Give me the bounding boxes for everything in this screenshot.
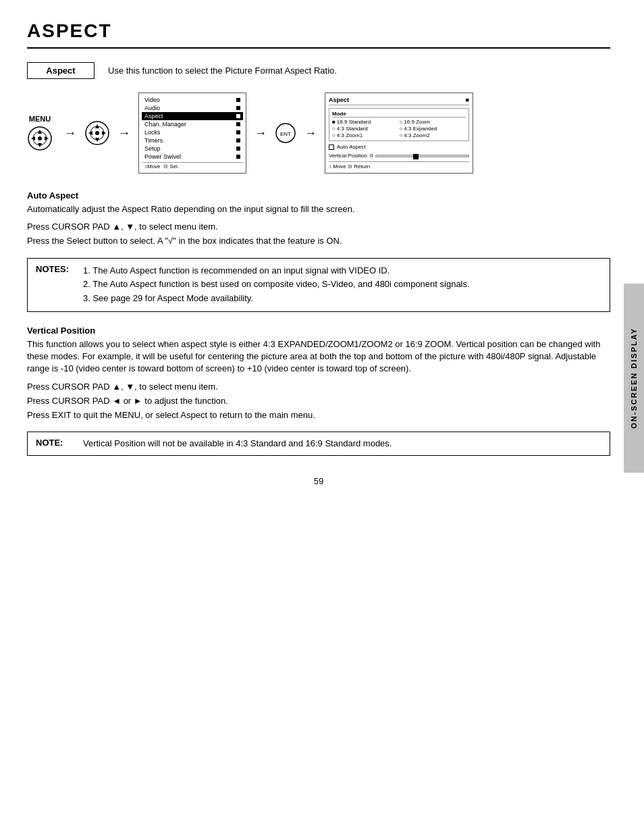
svg-point-13 xyxy=(95,131,99,135)
auto-aspect-checkbox xyxy=(329,145,334,150)
vertical-position-title: Vertical Position xyxy=(27,325,610,336)
page-title: ASPECT xyxy=(27,20,610,49)
vertical-press3: Press EXIT to quit the MENU, or select A… xyxy=(27,409,610,421)
mode-box: Mode ■16:9 Standard ○16:9 Zoom ○4:3 Stan… xyxy=(329,108,469,141)
menu-screen-mockup: Video Audio Aspect Chan. Manager Locks T… xyxy=(138,93,246,174)
slider-indicator xyxy=(413,154,419,159)
menu-item-setup: Setup xyxy=(142,145,243,153)
notes-label: NOTES: xyxy=(36,264,76,306)
mode-option-2: ○16:9 Zoom xyxy=(400,119,466,125)
menu-nav-bar: ↕Move ⊙ Sel. xyxy=(142,162,243,170)
note-item-2: 2. The Auto Aspect function is best used… xyxy=(83,278,470,292)
auto-aspect-section: Auto Aspect Automatically adjust the Asp… xyxy=(27,190,610,248)
vertical-press2: Press CURSOR PAD ◄ or ► to adjust the fu… xyxy=(27,395,610,407)
note-item-3: 3. See page 29 for Aspect Mode availabil… xyxy=(83,292,470,306)
mode-option-1: ■16:9 Standard xyxy=(332,119,399,125)
aspect-nav-bar: ↕ Move ⊙ Return xyxy=(329,161,469,170)
menu-item-locks: Locks xyxy=(142,128,243,136)
menu-item-power-swivel: Power Swivel xyxy=(142,153,243,161)
menu-label: MENU xyxy=(29,115,51,123)
mode-box-title: Mode xyxy=(332,111,466,118)
arrow-right-4: → xyxy=(304,126,317,140)
auto-aspect-press2: Press the Select button to select. A "√"… xyxy=(27,235,610,247)
remote-icon-2 xyxy=(84,120,110,146)
auto-aspect-description: Automatically adjust the Aspect Ratio de… xyxy=(27,203,610,215)
side-tab-text: ON-SCREEN DISPLAY xyxy=(630,328,638,429)
remote-icon xyxy=(27,126,53,151)
arrow-right-1: → xyxy=(64,126,76,140)
mode-options: ■16:9 Standard ○16:9 Zoom ○4:3 Standard … xyxy=(332,119,466,138)
menu-item-video: Video xyxy=(142,96,243,104)
vertical-pos-row: Vertical Position 0 xyxy=(329,153,469,159)
note-content: Vertical Position will not be available … xyxy=(83,438,392,450)
menu-item-aspect: Aspect xyxy=(142,112,243,120)
notes-box: NOTES: 1. The Auto Aspect function is re… xyxy=(27,258,610,312)
vertical-press1: Press CURSOR PAD ▲, ▼, to select menu it… xyxy=(27,381,610,393)
svg-point-6 xyxy=(38,136,42,140)
arrow-right-2: → xyxy=(118,126,130,140)
auto-aspect-row: Auto Aspect xyxy=(329,144,469,150)
auto-aspect-title: Auto Aspect xyxy=(27,190,610,201)
vertical-position-description: This function allows you to select when … xyxy=(27,338,610,375)
slider-bar xyxy=(375,155,469,157)
mode-option-5: ○4:3 Zoom1 xyxy=(332,132,399,138)
svg-text:ENT: ENT xyxy=(280,131,291,137)
aspect-screen-title: Aspect ■ xyxy=(329,97,469,105)
aspect-screen-mockup: Aspect ■ Mode ■16:9 Standard ○16:9 Zoom … xyxy=(325,93,473,174)
enter-button-icon: ENT xyxy=(275,122,296,144)
page-number: 59 xyxy=(27,476,610,486)
function-label-box: Aspect xyxy=(27,62,95,79)
note-item-1: 1. The Auto Aspect function is recommend… xyxy=(83,264,470,278)
note-box: NOTE: Vertical Position will not be avai… xyxy=(27,432,610,456)
mode-option-4: ○4:3 Expanded xyxy=(400,126,466,132)
menu-item-chan-manager: Chan. Manager xyxy=(142,120,243,128)
arrow-right-3: → xyxy=(254,126,267,140)
diagram-area: MENU → → xyxy=(27,93,610,174)
auto-aspect-press1: Press CURSOR PAD ▲, ▼, to select menu it… xyxy=(27,221,610,233)
function-label-row: Aspect Use this function to select the P… xyxy=(27,62,610,79)
note-label: NOTE: xyxy=(36,438,76,450)
notes-content: 1. The Auto Aspect function is recommend… xyxy=(83,264,470,306)
menu-item-timers: Timers xyxy=(142,136,243,145)
side-tab: ON-SCREEN DISPLAY xyxy=(624,284,644,473)
menu-item-audio: Audio xyxy=(142,104,243,112)
function-description: Use this function to select the Picture … xyxy=(108,66,337,76)
vertical-position-section: Vertical Position This function allows y… xyxy=(27,325,610,421)
menu-section: MENU xyxy=(27,115,53,151)
mode-option-6: ○4:3 Zoom2 xyxy=(400,132,466,138)
mode-option-3: ○4:3 Standard xyxy=(332,126,399,132)
